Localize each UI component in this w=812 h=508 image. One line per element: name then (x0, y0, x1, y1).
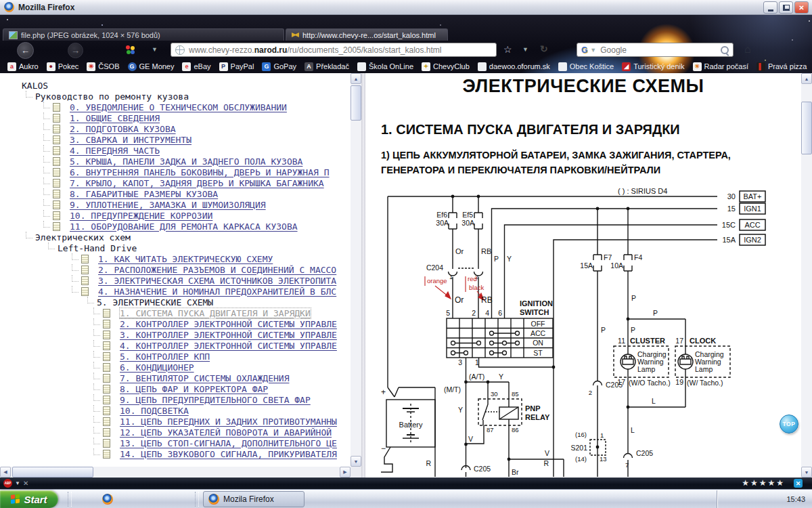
tree-item-label[interactable]: 5. ЭЛЕКТРИЧЕСКИЕ СХЕМЫ (97, 297, 213, 308)
tree-item-label[interactable]: 6. КОНДИЦИОНЕР (120, 362, 194, 373)
menu-item[interactable] (38, 20, 49, 23)
bookmark-item[interactable]: P PayPal (216, 62, 258, 72)
bookmark-item[interactable]: ☀ Radar počasí (690, 62, 752, 72)
tray-icon[interactable] (723, 494, 732, 504)
tree-item-label[interactable]: 3. СВАРКА И ИНСТРУМЕНТЫ (70, 135, 191, 145)
quick-launch-icon[interactable] (115, 494, 126, 505)
bookmark-item[interactable]: Obec Koštice (555, 62, 617, 72)
bookmark-item[interactable]: A Překladač (301, 62, 353, 72)
scrollbar-thumb[interactable] (12, 467, 93, 478)
tab-image[interactable]: file.php (JPEG obrázek, 1024 × 576 bodů) (3, 28, 284, 41)
tree-item-label[interactable]: 4. КОНТРОЛЛЕР ЭЛЕКТРОННОЙ СИСТЕМЫ УПРАВЛ… (120, 341, 337, 351)
document-vertical-scrollbar[interactable]: ▲ ▼ (801, 73, 812, 478)
rating-stars[interactable]: ★★★★★ (742, 478, 785, 488)
tree-item-label[interactable]: 3. КОНТРОЛЛЕР ЭЛЕКТРОННОЙ СИСТЕМЫ УПРАВЛ… (120, 330, 337, 340)
toc-vertical-scrollbar[interactable]: ▲ ▼ (351, 73, 361, 467)
scroll-up-icon[interactable]: ▲ (351, 73, 361, 84)
tree-item-label[interactable]: 9. УПЛОТНЕНИЕ, ЗАМАЗКА И ШУМОИЗОЛЯЦИЯ (70, 200, 266, 210)
quick-launch-icon[interactable] (141, 494, 152, 505)
quick-launch-icon[interactable] (102, 494, 113, 505)
tray-icon[interactable] (759, 494, 769, 504)
reload-icon[interactable]: ↻ (540, 43, 548, 54)
quick-launch-icon[interactable] (76, 494, 87, 505)
tree-item-label[interactable]: 12. ЦЕПЬ УКАЗАТЕЛЕЙ ПОВОРОТА И АВАРИЙНОЙ (120, 427, 332, 438)
bookmark-item[interactable]: a Aukro (4, 62, 42, 72)
adblock-icon[interactable]: ABP (3, 479, 12, 488)
url-input[interactable]: www.chevy-rezzo.narod.ru/ru/documents_20… (171, 43, 497, 57)
quick-launch-icon[interactable] (89, 494, 100, 505)
quick-launch-icon[interactable] (128, 494, 139, 505)
tree-item-label[interactable]: 2. КОНТРОЛЛЕР ЭЛЕКТРОННОЙ СИСТЕМЫ УПРАВЛ… (120, 319, 337, 329)
menu-item[interactable] (70, 20, 81, 23)
bookmark-item[interactable]: ◢ Turistický denik (618, 62, 687, 72)
close-button[interactable]: ✕ (794, 1, 809, 14)
quick-launch-icon[interactable] (154, 494, 164, 505)
tree-item-label[interactable]: 8. ГАБАРИТНЫЕ РАЗМЕРЫ КУЗОВА (70, 189, 218, 199)
tree-item-label[interactable]: 4. ПЕРЕДНЯЯ ЧАСТЬ (70, 146, 160, 156)
scroll-left-icon[interactable]: ◀ (0, 467, 11, 478)
tree-item-label[interactable]: 8. ЦЕПЬ ФАР И КОРРЕКТОРА ФАР (120, 384, 268, 394)
menu-item[interactable] (16, 20, 27, 23)
tree-item-label[interactable]: 6. ВНУТРЕННЯЯ ПАНЕЛЬ БОКОВИНЫ, ДВЕРЬ И Н… (70, 167, 330, 177)
tree-item-label[interactable]: 0. УВЕДОМЛЕНИЕ О ТЕХНИЧЕСКОМ ОБСЛУЖИВАНИ… (70, 102, 287, 112)
tree-item-label[interactable]: 3. ЭЛЕКТРИЧЕСКАЯ СХЕМА ИСТОЧНИКОВ ЭЛЕКТР… (98, 276, 336, 286)
tree-item-label[interactable]: 7. КРЫЛО, КАПОТ, ЗАДНЯЯ ДВЕРЬ И КРЫШКА Б… (70, 178, 324, 188)
tree-item-label[interactable]: 1. ОБЩИЕ СВЕДЕНИЯ (70, 113, 160, 123)
tree-item-label[interactable]: 7. ВЕНТИЛЯТОР СИСТЕМЫ ОХЛАЖДЕНИЯ (120, 373, 289, 383)
search-icon[interactable] (721, 46, 729, 54)
toolbar-grip[interactable] (195, 492, 199, 507)
toolbar-grip[interactable] (68, 492, 72, 507)
tree-item-label[interactable]: 13. ЦЕПЬ СТОП-СИГНАЛА, ДОПОЛНИТЕЛЬНОГО Ц… (120, 438, 337, 448)
menu-item[interactable] (49, 20, 60, 23)
bookmark-item[interactable]: ✦ ChevyClub (418, 62, 473, 72)
bookmark-item[interactable]: e eBay (179, 62, 214, 72)
bookmark-item[interactable]: daewoo.oforum.sk (474, 62, 554, 72)
chevron-down-icon[interactable]: ▼ (152, 46, 158, 53)
tree-item-label[interactable]: 5. КРЫША, ПАНЕЛИ ЗАДКА И ЗАДНЕГО ПОЛА КУ… (70, 156, 302, 167)
bookmark-item[interactable]: ● Pokec (43, 62, 83, 72)
search-input[interactable] (599, 45, 718, 56)
bookmark-item[interactable]: G GoPay (258, 62, 300, 72)
tree-item-label[interactable]: 11. ЦЕПЬ ПЕРЕДНИХ И ЗАДНИХ ПРОТИВОТУМАНН… (120, 417, 337, 427)
scrollbar-thumb[interactable] (801, 102, 812, 154)
start-button[interactable]: Start (0, 490, 58, 508)
tree-item-label[interactable]: KALOS (22, 81, 48, 91)
tree-item-label[interactable]: 2. РАСПОЛОЖЕНИЕ РАЗЪЕМОВ И СОЕДИНЕНИЙ С … (98, 265, 336, 275)
tree-item-label[interactable]: Left-Hand Drive (58, 243, 137, 253)
taskbar-window-button[interactable]: Mozila Firefox (203, 491, 304, 507)
tray-icon[interactable] (735, 494, 744, 504)
menu-item[interactable] (27, 20, 38, 23)
tree-item-label[interactable]: 10. ПРЕДУПРЕЖДЕНИЕ КОРРОЗИИ (70, 211, 212, 221)
quick-launch-icon[interactable] (166, 494, 177, 505)
quick-launch-icon[interactable] (179, 494, 190, 505)
bookmark-item[interactable]: ✳ ČSOB (83, 62, 122, 72)
adblock-dropdown-icon[interactable]: ▼ (15, 480, 20, 486)
home-icon[interactable]: ⌂ (744, 43, 751, 56)
tree-item-label[interactable]: 9. ЦЕПЬ ПРЕДУПРЕДИТЕЛЬНОГО СВЕТА ФАР (120, 395, 311, 405)
menu-item[interactable] (5, 20, 16, 23)
scroll-down-icon[interactable]: ▼ (801, 467, 812, 478)
tree-item-label[interactable]: 11. ОБОРУДОВАНИЕ ДЛЯ РЕМОНТА КАРКАСА КУЗ… (70, 221, 298, 232)
tree-item-label[interactable]: 2. ПОДГОТОВКА КУЗОВА (70, 124, 176, 134)
url-dropdown-icon[interactable]: ▼ (522, 46, 528, 53)
search-box[interactable]: G ▼ (577, 43, 734, 57)
tree-item-label[interactable]: 1. КАК ЧИТАТЬ ЭЛЕКТРИЧЕСКУЮ СХЕМУ (98, 254, 273, 264)
minimize-button[interactable] (763, 1, 777, 14)
back-button[interactable]: ← (17, 42, 34, 59)
tray-icon[interactable] (747, 494, 757, 504)
tree-item-label[interactable]: 1. СИСТЕМА ПУСКА ДВИГАТЕЛЯ И ЗАРЯДКИ (120, 308, 311, 318)
restore-button[interactable] (779, 1, 793, 14)
menu-item[interactable] (60, 20, 70, 23)
tray-icon[interactable] (771, 494, 781, 504)
top-button[interactable]: TOP (780, 415, 798, 433)
tree-item-label[interactable]: Руководство по ремонту кузова (35, 91, 189, 102)
scroll-right-icon[interactable]: ▶ (340, 467, 351, 478)
scroll-up-icon[interactable]: ▲ (801, 73, 812, 84)
bookmark-item[interactable]: G GE Money (125, 62, 178, 72)
scroll-down-icon[interactable]: ▼ (351, 456, 361, 467)
forward-button[interactable]: → (68, 43, 83, 58)
tab-kalos[interactable]: http://www.chevy-re...os/start_kalos.htm… (286, 28, 448, 41)
bookmark-item[interactable]: ▌ Pravá pizza (753, 62, 810, 72)
bookmark-star-icon[interactable]: ☆ (503, 44, 512, 55)
search-engine-dropdown-icon[interactable]: ▼ (590, 47, 596, 54)
